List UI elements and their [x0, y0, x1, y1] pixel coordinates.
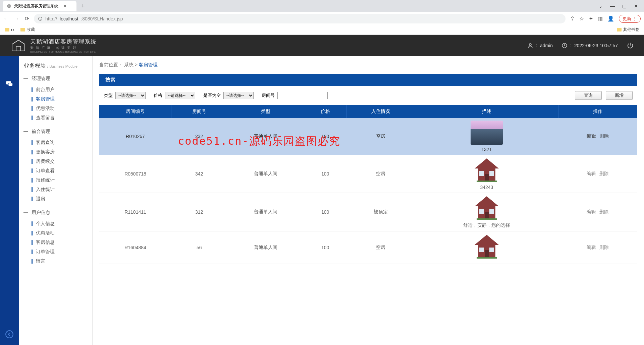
share-icon[interactable]: ⇪ — [570, 15, 575, 22]
edit-link[interactable]: 编辑 — [587, 171, 596, 176]
breadcrumb-current[interactable]: 客房管理 — [139, 62, 158, 67]
delete-link[interactable]: 删除 — [599, 171, 609, 176]
sidebar-item[interactable]: 更换客房 — [22, 147, 92, 157]
datetime: 2022-06-23 10:57:57 — [574, 43, 618, 48]
sidebar-item[interactable]: 前台用户 — [22, 85, 92, 94]
filter-type-select[interactable]: --请选择-- — [115, 92, 146, 99]
sidebar-item[interactable]: 客房信息 — [22, 238, 92, 247]
browser-chrome: 天鹅湖酒店客房管理系统 × + ⌄ — ▢ ✕ ← → ⟳ http://loc… — [0, 0, 644, 35]
cell-price: 100 — [304, 118, 346, 155]
sidebar-group-head[interactable]: 用户信息 — [22, 210, 92, 216]
filter-empty-label: 是否为空 — [203, 92, 221, 98]
sidebar-item[interactable]: 报修统计 — [22, 176, 92, 185]
forward-button[interactable]: → — [14, 16, 19, 22]
bookmark-fav[interactable]: 收藏 — [20, 27, 35, 32]
sidebar-item[interactable]: 优惠活动 — [22, 104, 92, 113]
cell-room-id: R1604884 — [99, 231, 171, 264]
filter-empty-select[interactable]: --请选择-- — [223, 92, 254, 99]
filter-room-input[interactable] — [277, 92, 328, 99]
brand-subtitle-en: BUILDING BETTER HOUSE,BUILDING BETTER LI… — [30, 50, 97, 53]
sidebar-group-head[interactable]: 前台管理 — [22, 129, 92, 135]
sidebar-item[interactable]: 客房查询 — [22, 138, 92, 147]
query-button[interactable]: 查询 — [575, 91, 602, 100]
profile-icon[interactable]: 👤 — [607, 15, 614, 22]
table-row[interactable]: R1101411 312 普通单人间 100 被预定 舒适，安静，您的选择 编辑… — [99, 193, 637, 231]
bookmark-rx[interactable]: rx — [5, 27, 14, 32]
svg-point-2 — [529, 44, 531, 46]
svg-rect-5 — [8, 83, 13, 86]
close-icon[interactable]: ✕ — [634, 3, 638, 9]
sidebar-item[interactable]: 个人信息 — [22, 219, 92, 228]
bookmark-other[interactable]: 其他书签 — [617, 27, 639, 32]
brand-title: 天鹅湖酒店客房管理系统 — [30, 38, 97, 46]
back-circle-icon[interactable] — [5, 330, 14, 339]
tab-title: 天鹅湖酒店客房管理系统 — [14, 3, 58, 9]
rooms-table: 房间编号房间号类型价格入住情况描述操作 R010267 232 普通单人间 10… — [99, 105, 637, 264]
filter-type-label: 类型 — [104, 92, 113, 98]
svg-point-6 — [6, 331, 13, 338]
delete-link[interactable]: 删除 — [599, 245, 609, 250]
new-tab-button[interactable]: + — [81, 3, 85, 9]
power-button[interactable] — [627, 42, 634, 49]
sidebar-item[interactable]: 订单管理 — [22, 247, 92, 257]
svg-rect-19 — [489, 248, 494, 252]
sidebar-item[interactable]: 入住统计 — [22, 185, 92, 194]
breadcrumb: 当前位置： 系统 > 客房管理 — [93, 56, 644, 74]
sidebar-group-head[interactable]: 经理管理 — [22, 76, 92, 82]
sidebar-item[interactable]: 留言 — [22, 257, 92, 266]
add-button[interactable]: 新增 — [606, 91, 633, 100]
table-row[interactable]: R0500718 342 普通单人间 100 空房 34243 编辑 删除 — [99, 155, 637, 193]
chevron-down-icon[interactable]: ⌄ — [599, 3, 603, 9]
back-button[interactable]: ← — [3, 16, 9, 22]
sidebar-item[interactable]: 订单查看 — [22, 166, 92, 176]
sidebar-item[interactable]: 查看留言 — [22, 113, 92, 123]
cell-price: 100 — [304, 193, 346, 231]
table-row[interactable]: R010267 232 普通单人间 100 空房 1321 编辑 删除 — [99, 118, 637, 155]
sidebar-item[interactable]: 客房管理 — [22, 94, 92, 104]
puzzle-icon[interactable]: ✦ — [589, 15, 593, 22]
sidebar-item[interactable]: 退房 — [22, 194, 92, 204]
browser-tab[interactable]: 天鹅湖酒店客房管理系统 × — [3, 1, 76, 11]
user-icon — [527, 43, 533, 49]
cell-desc: 1321 — [415, 118, 558, 155]
sidebar-item[interactable]: 优惠活动 — [22, 228, 92, 238]
tab-close-icon[interactable]: × — [64, 3, 66, 9]
edit-link[interactable]: 编辑 — [587, 209, 596, 214]
username: admin — [540, 43, 553, 48]
edit-link[interactable]: 编辑 — [587, 133, 596, 139]
cell-type: 普通单人间 — [227, 155, 304, 193]
filter-price-select[interactable]: --请选择-- — [165, 92, 195, 99]
cell-ops: 编辑 删除 — [558, 231, 637, 264]
svg-rect-8 — [479, 171, 484, 176]
table-header: 入住情况 — [346, 105, 415, 118]
cell-room-num: 56 — [171, 231, 227, 264]
tab-bar: 天鹅湖酒店客房管理系统 × + ⌄ — ▢ ✕ — [0, 0, 644, 12]
delete-link[interactable]: 删除 — [599, 209, 609, 214]
minimize-icon[interactable]: — — [610, 3, 615, 9]
delete-link[interactable]: 删除 — [599, 133, 609, 139]
cell-type: 普通单人间 — [227, 193, 304, 231]
folder-icon — [20, 28, 25, 31]
sidebar-item[interactable]: 房费续交 — [22, 157, 92, 166]
table-row[interactable]: R1604884 56 普通单人间 100 空房 编辑 删除 — [99, 231, 637, 264]
table-header: 价格 — [304, 105, 346, 118]
reload-button[interactable]: ⟳ — [25, 15, 29, 22]
svg-rect-10 — [485, 174, 489, 181]
panel-icon[interactable]: ▥ — [598, 15, 603, 22]
chat-icon[interactable] — [5, 79, 14, 88]
cell-status: 被预定 — [346, 193, 415, 231]
clock-icon — [561, 43, 568, 49]
update-button[interactable]: 更新 ⋮ — [619, 15, 641, 23]
clock-indicator: : 2022-06-23 10:57:57 — [561, 43, 618, 49]
cell-room-num: 232 — [171, 118, 227, 155]
breadcrumb-system[interactable]: 系统 — [124, 62, 133, 67]
svg-rect-14 — [489, 209, 494, 214]
filter-bar: 类型 --请选择-- 价格 --请选择-- 是否为空 --请选择-- 房间号 查… — [99, 86, 637, 105]
table-header: 操作 — [558, 105, 637, 118]
table-header: 类型 — [227, 105, 304, 118]
edit-link[interactable]: 编辑 — [587, 245, 596, 250]
maximize-icon[interactable]: ▢ — [622, 3, 627, 9]
main-content: 当前位置： 系统 > 客房管理 搜索 类型 --请选择-- 价格 --请选择--… — [93, 56, 644, 345]
url-input[interactable]: http://localhost:8080/SLH/index.jsp — [34, 14, 566, 23]
star-icon[interactable]: ☆ — [579, 15, 584, 22]
